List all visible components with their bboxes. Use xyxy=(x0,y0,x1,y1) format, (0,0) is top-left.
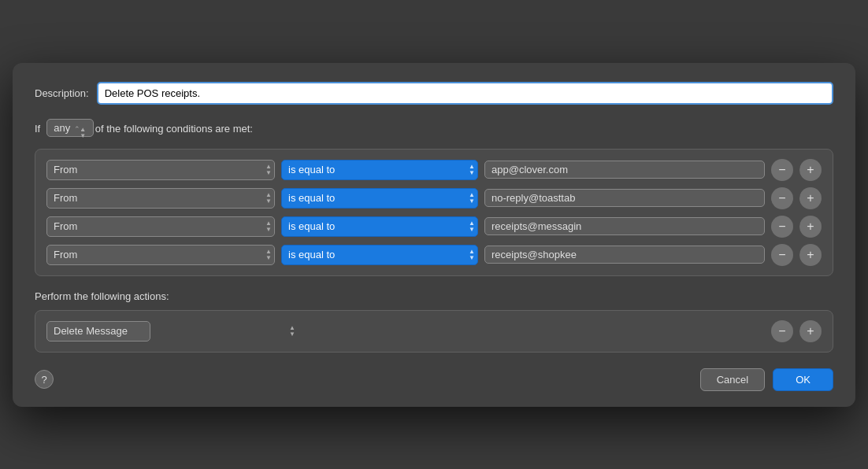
value-input-3[interactable] xyxy=(484,217,765,235)
value-input-4[interactable] xyxy=(484,246,765,264)
if-label: If xyxy=(35,123,40,135)
field-select-1[interactable]: FromToSubject xyxy=(46,160,275,180)
value-input-1[interactable] xyxy=(484,161,765,179)
add-condition-1[interactable]: + xyxy=(799,159,822,181)
add-condition-2[interactable]: + xyxy=(799,187,822,209)
add-condition-3[interactable]: + xyxy=(799,216,822,238)
actions-label: Perform the following actions: xyxy=(35,290,833,302)
field-select-wrapper-1[interactable]: FromToSubject ▲▼ xyxy=(46,160,275,180)
operator-select-1[interactable]: is equal tocontains xyxy=(281,160,478,180)
cancel-button[interactable]: Cancel xyxy=(700,368,765,391)
operator-select-3[interactable]: is equal tocontains xyxy=(281,216,478,237)
condition-row: FromToSubject ▲▼ is equal tocontains ▲▼ … xyxy=(46,244,822,266)
any-select[interactable]: any all xyxy=(46,119,94,137)
ok-button[interactable]: OK xyxy=(773,368,833,391)
field-select-2[interactable]: FromToSubject xyxy=(46,188,275,209)
any-select-wrapper[interactable]: any all ▲▼ xyxy=(46,119,89,139)
action-select[interactable]: Delete Message Move Message Copy Message… xyxy=(46,321,150,342)
help-button[interactable]: ? xyxy=(35,370,54,389)
field-select-wrapper-3[interactable]: FromToSubject ▲▼ xyxy=(46,216,275,237)
condition-row: FromToSubject ▲▼ is equal tocontains ▲▼ … xyxy=(46,216,822,238)
action-select-wrapper[interactable]: Delete Message Move Message Copy Message… xyxy=(46,321,299,342)
description-label: Description: xyxy=(35,87,89,99)
operator-select-2[interactable]: is equal tocontains xyxy=(281,188,478,209)
if-label-suffix: of the following conditions are met: xyxy=(95,123,253,135)
operator-select-wrapper-2[interactable]: is equal tocontains ▲▼ xyxy=(281,188,478,209)
description-row: Description: xyxy=(35,82,833,105)
conditions-box: FromToSubject ▲▼ is equal tocontains ▲▼ … xyxy=(35,149,833,276)
if-row: If any all ▲▼ of the following condition… xyxy=(35,119,833,139)
field-select-3[interactable]: FromToSubject xyxy=(46,216,275,237)
add-action-1[interactable]: + xyxy=(799,320,822,342)
operator-select-4[interactable]: is equal tocontains xyxy=(281,245,478,265)
operator-select-wrapper-1[interactable]: is equal tocontains ▲▼ xyxy=(281,160,478,180)
remove-action-1[interactable]: − xyxy=(771,320,793,342)
value-input-2[interactable] xyxy=(484,189,765,207)
action-row: Delete Message Move Message Copy Message… xyxy=(46,320,822,342)
operator-select-wrapper-4[interactable]: is equal tocontains ▲▼ xyxy=(281,245,478,265)
bottom-buttons: Cancel OK xyxy=(700,368,833,391)
operator-select-wrapper-3[interactable]: is equal tocontains ▲▼ xyxy=(281,216,478,237)
field-select-wrapper-4[interactable]: FromToSubject ▲▼ xyxy=(46,245,275,265)
remove-condition-1[interactable]: − xyxy=(771,159,793,181)
remove-condition-2[interactable]: − xyxy=(771,187,793,209)
add-condition-4[interactable]: + xyxy=(799,244,822,266)
bottom-row: ? Cancel OK xyxy=(35,368,833,391)
condition-row: FromToSubject ▲▼ is equal tocontains ▲▼ … xyxy=(46,159,822,181)
remove-condition-3[interactable]: − xyxy=(771,216,793,238)
field-select-wrapper-2[interactable]: FromToSubject ▲▼ xyxy=(46,188,275,209)
condition-row: FromToSubject ▲▼ is equal tocontains ▲▼ … xyxy=(46,187,822,209)
actions-box: Delete Message Move Message Copy Message… xyxy=(35,310,833,353)
mail-rule-dialog: Description: If any all ▲▼ of the follow… xyxy=(13,63,855,407)
field-select-4[interactable]: FromToSubject xyxy=(46,245,275,265)
remove-condition-4[interactable]: − xyxy=(771,244,793,266)
description-input[interactable] xyxy=(97,82,833,105)
